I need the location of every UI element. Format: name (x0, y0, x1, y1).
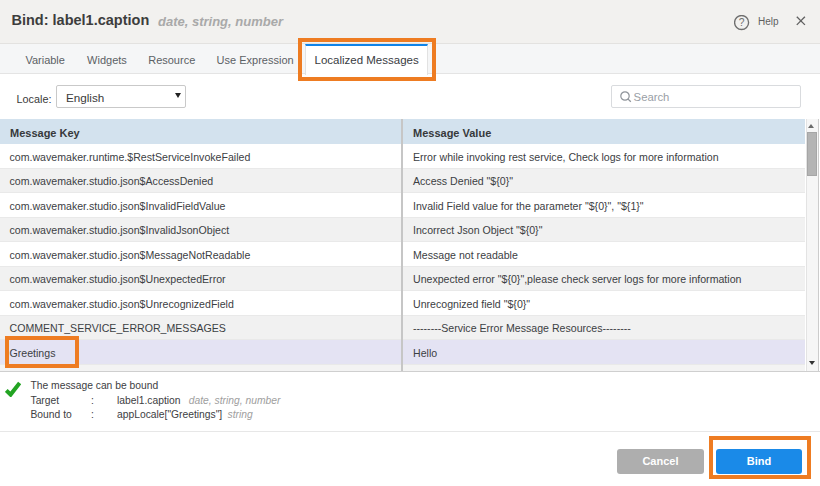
svg-text:?: ? (739, 17, 745, 28)
